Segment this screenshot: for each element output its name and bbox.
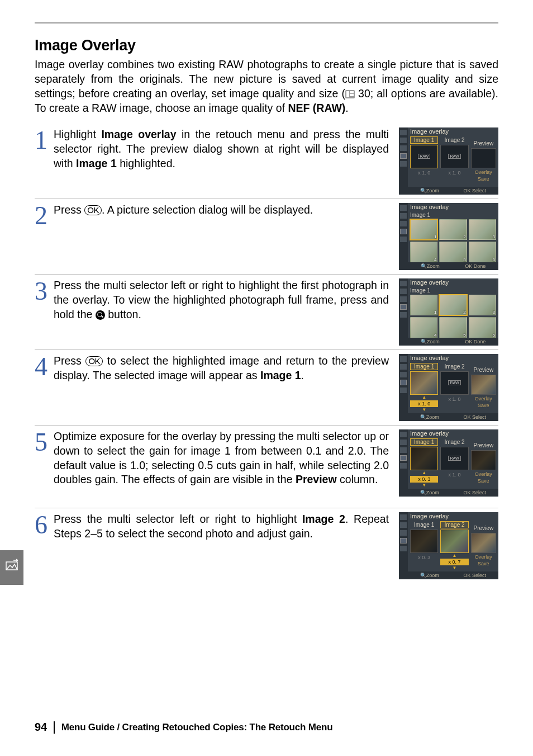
step-number: 4 bbox=[35, 354, 54, 378]
col-image2-label: Image 2 bbox=[440, 136, 468, 144]
gain-2: x 1. 0 bbox=[440, 471, 468, 478]
camera-screen-3: Image overlay Image 1 1 2 3 4 5 6 🔍Zoom … bbox=[399, 278, 498, 346]
screen-title: Image overlay bbox=[410, 355, 449, 361]
camera-screen-6: Image overlay Image 1 x 0. 3 Image 2 ▲ x bbox=[399, 512, 498, 579]
step-text: Press the multi selector left or right t… bbox=[54, 278, 399, 322]
thumb-image2 bbox=[440, 530, 468, 553]
col-image1-label: Image 1 bbox=[410, 136, 438, 144]
save-label: Save bbox=[471, 403, 496, 408]
step-number: 3 bbox=[35, 278, 54, 303]
screen-footer: 🔍Zoom OK Select bbox=[408, 413, 498, 421]
thumbnail-grid: 1 2 3 4 5 6 bbox=[410, 295, 496, 338]
thumb-image2: RAW bbox=[440, 371, 468, 395]
screen-sidebar bbox=[399, 429, 408, 497]
screen-footer: 🔍Zoom OK Select bbox=[408, 489, 498, 497]
save-label: Save bbox=[471, 561, 496, 566]
screen-title: Image overlay bbox=[410, 430, 449, 437]
thumb-image2: RAW bbox=[440, 447, 468, 470]
intro-paragraph: Image overlay combines two existing RAW … bbox=[35, 58, 498, 116]
retouch-icon bbox=[4, 559, 19, 577]
screen-footer: 🔍Zoom OK Select bbox=[408, 187, 498, 195]
gain-2: x 1. 0 bbox=[440, 396, 468, 403]
step-number: 1 bbox=[35, 127, 54, 152]
col-preview-label: Preview bbox=[471, 140, 496, 147]
thumb-image1 bbox=[410, 530, 438, 553]
col-image2-label: Image 2 bbox=[440, 363, 468, 370]
col-image1-label: Image 1 bbox=[410, 363, 438, 370]
camera-screen-5: Image overlay Image 1 ▲ x 0. 3 ▼ Image 2… bbox=[399, 429, 498, 497]
gain-1: x 0. 3 bbox=[410, 476, 438, 483]
screen-sidebar bbox=[399, 203, 408, 270]
thumb-image1 bbox=[410, 371, 438, 395]
col-image1-label: Image 1 bbox=[410, 521, 438, 528]
step-text: Press OK to select the highlighted image… bbox=[54, 354, 399, 383]
thumb-preview bbox=[471, 533, 496, 553]
screen-title: Image overlay bbox=[410, 513, 449, 519]
screen-footer: 🔍Zoom OK Select bbox=[408, 571, 498, 579]
col-image1-label: Image 1 bbox=[410, 438, 438, 446]
step-number: 2 bbox=[35, 203, 54, 227]
gain-1: x 0. 3 bbox=[410, 554, 438, 561]
col-image2-label: Image 2 bbox=[440, 521, 468, 528]
page-footer: 94 Menu Guide / Creating Retouched Copie… bbox=[35, 721, 332, 734]
step-1: 1 Highlight Image overlay in the retouch… bbox=[35, 124, 498, 199]
footer-breadcrumb: Menu Guide / Creating Retouched Copies: … bbox=[61, 722, 333, 733]
step-text: Press the multi selector left or right t… bbox=[54, 512, 399, 541]
thumb-preview bbox=[471, 148, 496, 168]
screen-sidebar bbox=[399, 278, 408, 346]
save-label: Save bbox=[471, 176, 496, 182]
col-image2-label: Image 2 bbox=[440, 438, 468, 446]
overlay-label: Overlay bbox=[471, 169, 496, 175]
retouch-section-tab bbox=[0, 550, 23, 585]
step-text: Optimize exposure for the overlay by pre… bbox=[54, 429, 399, 488]
page-reference-icon bbox=[345, 90, 355, 98]
screen-title: Image overlay bbox=[410, 128, 449, 135]
col-preview-label: Preview bbox=[471, 525, 496, 532]
thumbnail-grid: 1 2 3 4 5 6 bbox=[410, 219, 496, 263]
image1-subtitle: Image 1 bbox=[410, 212, 496, 218]
step-3: 3 Press the multi selector left or right… bbox=[35, 275, 498, 350]
camera-screen-2: Image overlay Image 1 1 2 3 4 5 6 🔍Zoom … bbox=[399, 203, 498, 270]
save-label: Save bbox=[471, 478, 496, 484]
step-2: 2 Press OK. A picture selection dialog w… bbox=[35, 199, 498, 275]
thumb-preview bbox=[471, 450, 496, 470]
thumb-image2: RAW bbox=[440, 145, 468, 168]
gain-2: x 0. 7 bbox=[440, 559, 468, 565]
section-heading: Image Overlay bbox=[35, 37, 498, 54]
main-content: Image Overlay Image overlay combines two… bbox=[35, 37, 498, 583]
step-6: 6 Press the multi selector left or right… bbox=[35, 508, 498, 583]
col-preview-label: Preview bbox=[471, 442, 496, 449]
screen-title: Image overlay bbox=[410, 204, 449, 210]
steps-list: 1 Highlight Image overlay in the retouch… bbox=[35, 124, 498, 583]
camera-screen-4: Image overlay Image 1 ▲ x 1. 0 ▼ Image 2… bbox=[399, 354, 498, 421]
overlay-label: Overlay bbox=[471, 396, 496, 401]
top-rule bbox=[35, 22, 498, 23]
step-number: 6 bbox=[35, 512, 54, 536]
screen-sidebar bbox=[399, 354, 408, 421]
thumb-image1 bbox=[410, 447, 438, 470]
step-4: 4 Press OK to select the highlighted ima… bbox=[35, 350, 498, 426]
screen-footer: 🔍Zoom OK Done bbox=[408, 338, 498, 346]
thumb-image1: RAW bbox=[410, 145, 438, 168]
intro-text-3: . bbox=[345, 102, 348, 114]
screen-title: Image overlay bbox=[410, 279, 449, 286]
footer-separator bbox=[54, 721, 55, 734]
screen-footer: 🔍Zoom OK Done bbox=[408, 262, 498, 270]
step-text: Press OK. A picture selection dialog wil… bbox=[54, 203, 399, 218]
overlay-label: Overlay bbox=[471, 554, 496, 560]
gain-1: x 1. 0 bbox=[410, 169, 438, 176]
overlay-label: Overlay bbox=[471, 471, 496, 477]
step-number: 5 bbox=[35, 429, 54, 453]
gain-2: x 1. 0 bbox=[440, 169, 468, 176]
step-text: Highlight Image overlay in the retouch m… bbox=[54, 127, 399, 171]
nef-raw-label: NEF (RAW) bbox=[288, 102, 345, 114]
col-preview-label: Preview bbox=[471, 366, 496, 374]
image1-subtitle: Image 1 bbox=[410, 287, 496, 294]
screen-sidebar bbox=[399, 512, 408, 579]
screen-sidebar bbox=[399, 127, 408, 195]
thumb-preview bbox=[471, 375, 496, 395]
camera-screen-1: Image overlay Image 1 RAW x 1. 0 Image 2… bbox=[399, 127, 498, 195]
gain-1: x 1. 0 bbox=[410, 400, 438, 407]
zoom-in-icon bbox=[96, 310, 105, 320]
step-5: 5 Optimize exposure for the overlay by p… bbox=[35, 426, 498, 508]
